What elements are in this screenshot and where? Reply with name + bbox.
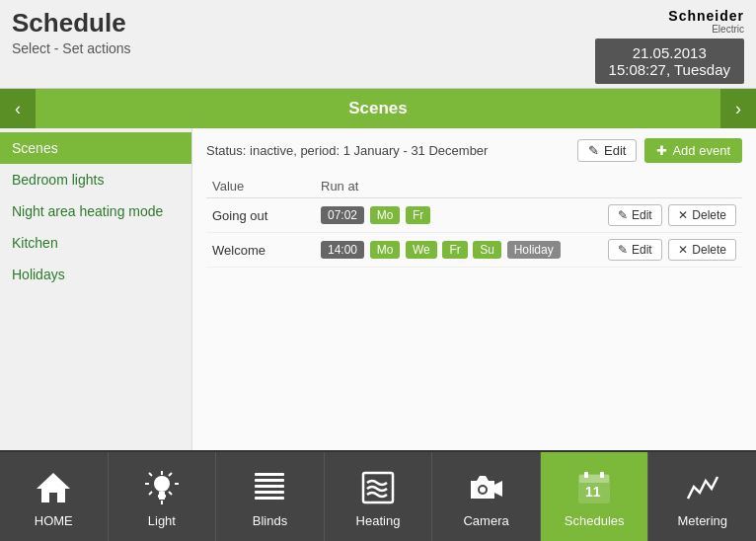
nav-label-schedules: Schedules: [565, 513, 625, 528]
nav-title: Scenes: [36, 99, 720, 118]
header-right: Schneider Electric 21.05.2013 15:08:27, …: [595, 8, 744, 84]
row-value: Welcome: [206, 233, 315, 268]
page-title: Schedule: [12, 8, 131, 39]
day-tag-fr: Fr: [442, 241, 467, 259]
svg-rect-17: [255, 497, 284, 500]
row-delete-button[interactable]: ✕ Delete: [668, 239, 736, 261]
svg-rect-2: [159, 492, 165, 495]
row-edit-button[interactable]: ✎ Edit: [608, 204, 662, 226]
page-subtitle: Select - Set actions: [12, 40, 131, 56]
day-tag-mo: Mo: [370, 206, 401, 224]
nav-item-camera[interactable]: Camera: [432, 452, 541, 541]
svg-text:11: 11: [585, 484, 601, 500]
time-display: 15:08:27, Tuesday: [609, 61, 730, 78]
svg-rect-15: [255, 485, 284, 488]
add-event-label: Add event: [672, 143, 730, 158]
day-tag-fr: Fr: [406, 206, 430, 224]
sidebar-item-night-area[interactable]: Night area heating mode: [0, 195, 191, 227]
row-value: Going out: [206, 198, 315, 233]
day-tag-su: Su: [473, 241, 501, 259]
svg-rect-3: [158, 495, 166, 498]
svg-point-1: [154, 476, 170, 492]
nav-item-blinds[interactable]: Blinds: [216, 452, 325, 541]
sidebar-item-bedroom-lights[interactable]: Bedroom lights: [0, 164, 191, 195]
logo-sub: Electric: [712, 24, 744, 35]
nav-label-blinds: Blinds: [253, 513, 287, 528]
delete-icon: ✕: [678, 208, 688, 222]
nav-item-home[interactable]: HOME: [0, 452, 109, 541]
sidebar-item-scenes[interactable]: Scenes: [0, 132, 191, 164]
svg-line-12: [169, 492, 172, 495]
prev-arrow[interactable]: ‹: [0, 89, 36, 128]
logo-brand: Schneider: [668, 8, 744, 24]
bottom-nav: HOME Light: [0, 450, 756, 541]
sidebar-item-holidays[interactable]: Holidays: [0, 259, 191, 290]
light-icon: [140, 466, 184, 509]
table-row: Going out 07:02 Mo Fr ✎ Edit ✕ Delet: [206, 198, 742, 233]
col-header-value: Value: [206, 175, 315, 198]
camera-icon: [465, 466, 508, 509]
nav-item-light[interactable]: Light: [109, 452, 217, 541]
svg-marker-21: [494, 481, 502, 497]
events-table: Value Run at Going out 07:02 Mo Fr: [206, 175, 742, 268]
nav-item-metering[interactable]: Metering: [648, 452, 756, 541]
time-box: 21.05.2013 15:08:27, Tuesday: [595, 39, 744, 84]
day-tag-we: We: [406, 241, 437, 259]
heating-icon: [356, 466, 400, 509]
row-runat: 14:00 Mo We Fr Su Holiday: [315, 233, 584, 268]
content-area: Status: inactive, period: 1 January - 31…: [192, 128, 756, 450]
svg-rect-16: [255, 491, 284, 494]
row-edit-button[interactable]: ✎ Edit: [608, 239, 662, 261]
svg-rect-23: [579, 475, 609, 483]
nav-label-home: HOME: [35, 513, 73, 528]
nav-label-heating: Heating: [356, 513, 401, 528]
main-content: Scenes Bedroom lights Night area heating…: [0, 128, 756, 450]
edit-button[interactable]: ✎ Edit: [577, 139, 637, 162]
row-delete-button[interactable]: ✕ Delete: [668, 204, 736, 226]
svg-rect-25: [600, 472, 604, 478]
date-display: 21.05.2013: [609, 44, 730, 61]
nav-item-heating[interactable]: Heating: [325, 452, 433, 541]
table-row: Welcome 14:00 Mo We Fr Su Holiday ✎ Edit: [206, 233, 742, 268]
day-tag-mo: Mo: [370, 241, 401, 259]
delete-label: Delete: [692, 208, 726, 222]
nav-item-schedules[interactable]: 11 Schedules: [541, 452, 649, 541]
edit-icon: ✎: [618, 243, 628, 257]
nav-label-camera: Camera: [463, 513, 508, 528]
time-tag: 14:00: [321, 241, 364, 259]
delete-label: Delete: [692, 243, 726, 257]
row-actions: ✎ Edit ✕ Delete: [584, 198, 742, 233]
col-header-actions: [584, 175, 742, 198]
svg-rect-13: [255, 473, 284, 476]
status-bar: Status: inactive, period: 1 January - 31…: [206, 138, 742, 163]
edit-icon: ✎: [588, 143, 599, 158]
svg-rect-4: [159, 498, 165, 500]
svg-line-11: [149, 492, 152, 495]
edit-icon: ✎: [618, 208, 628, 222]
svg-point-20: [480, 487, 486, 493]
sidebar-item-kitchen[interactable]: Kitchen: [0, 227, 191, 259]
time-tag: 07:02: [321, 206, 364, 224]
sidebar: Scenes Bedroom lights Night area heating…: [0, 128, 192, 450]
schneider-logo: Schneider Electric: [668, 8, 744, 35]
next-arrow[interactable]: ›: [720, 89, 756, 128]
row-actions: ✎ Edit ✕ Delete: [584, 233, 742, 268]
status-text: Status: inactive, period: 1 January - 31…: [206, 143, 488, 158]
row-runat: 07:02 Mo Fr: [315, 198, 584, 233]
svg-line-9: [149, 473, 152, 476]
header: Schedule Select - Set actions Schneider …: [0, 0, 756, 89]
svg-marker-0: [37, 473, 70, 502]
header-title-block: Schedule Select - Set actions: [12, 8, 131, 56]
edit-label: Edit: [632, 208, 652, 222]
col-header-runat: Run at: [315, 175, 584, 198]
svg-line-10: [169, 473, 172, 476]
nav-label-metering: Metering: [677, 513, 727, 528]
holiday-tag: Holiday: [507, 241, 561, 259]
add-event-button[interactable]: ✚ Add event: [644, 138, 742, 163]
edit-label: Edit: [604, 143, 626, 158]
schedules-icon: 11: [572, 466, 616, 509]
nav-bar: ‹ Scenes ›: [0, 89, 756, 128]
edit-label: Edit: [632, 243, 652, 257]
svg-rect-24: [584, 472, 588, 478]
delete-icon: ✕: [678, 243, 688, 257]
